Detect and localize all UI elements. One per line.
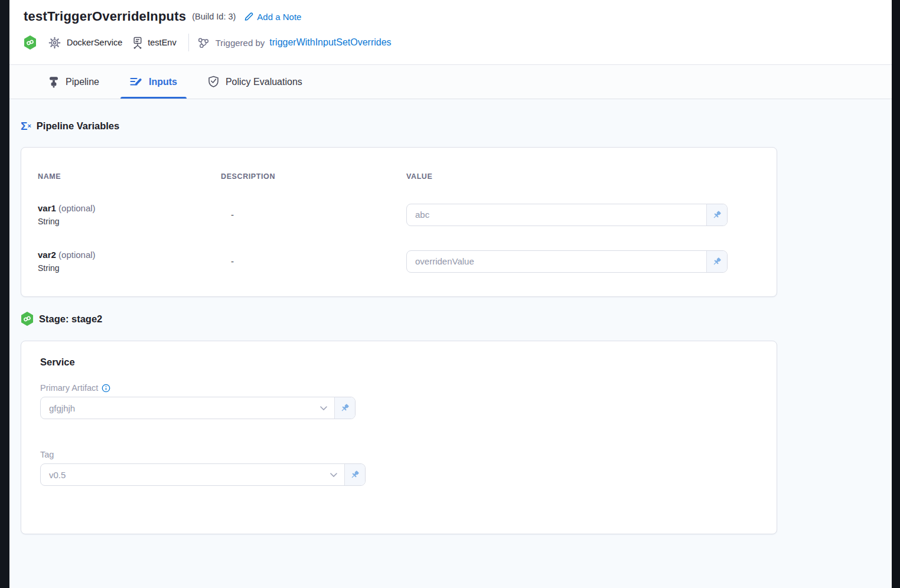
variable-type: String: [38, 263, 221, 273]
variable-name-cell: var1 (optional) String: [38, 203, 221, 226]
execution-tabbar: Pipeline Inputs Policy Evaluations: [9, 65, 892, 99]
variable-description: -: [221, 210, 406, 220]
active-tab-underline: [120, 97, 187, 99]
service-name-label: DockerService: [67, 38, 122, 47]
tab-pipeline-label: Pipeline: [66, 77, 99, 87]
cd-stage-icon: [24, 35, 37, 50]
tag-label-row: Tag: [40, 450, 777, 459]
execution-page: testTriggerOverrideInputs (Build Id: 3) …: [9, 0, 892, 588]
variable-optional-label: (optional): [58, 203, 96, 213]
variable-optional-label: (optional): [58, 250, 96, 260]
shield-check-icon: [208, 76, 219, 88]
tab-inputs-label: Inputs: [149, 77, 177, 87]
tab-inputs[interactable]: Inputs: [115, 65, 193, 99]
right-dark-edge: [892, 0, 900, 588]
chevron-down-icon[interactable]: [323, 464, 344, 485]
variable-value-input[interactable]: abc: [407, 204, 706, 226]
tag-value[interactable]: v0.5: [41, 464, 323, 485]
triggered-by-label: Triggered by: [216, 38, 265, 48]
pipeline-variables-card: NAME DESCRIPTION VALUE var1 (optional) S…: [21, 147, 777, 297]
variable-name-cell: var2 (optional) String: [38, 250, 221, 273]
inputs-icon: [130, 76, 142, 87]
info-icon[interactable]: [102, 384, 110, 393]
variable-value-field: abc: [406, 204, 728, 226]
pin-button[interactable]: [334, 397, 355, 419]
variable-type: String: [38, 217, 221, 226]
stage-service-card: Service Primary Artifact gfgjhjh Tag v0.…: [21, 341, 777, 534]
primary-artifact-value[interactable]: gfgjhjh: [41, 397, 313, 419]
variable-row-var2: var2 (optional) String - overridenValue: [38, 250, 777, 273]
execution-header: testTriggerOverrideInputs (Build Id: 3) …: [9, 0, 892, 65]
stage-cd-icon: [21, 312, 34, 326]
variable-description: -: [221, 256, 406, 266]
pushpin-icon: [712, 257, 722, 266]
pushpin-icon: [712, 210, 722, 220]
gear-icon: [48, 37, 61, 49]
variable-row-var1: var1 (optional) String - abc: [38, 203, 777, 226]
variable-name: var2: [38, 250, 56, 260]
service-section-title: Service: [40, 357, 777, 368]
chevron-down-icon[interactable]: [313, 397, 334, 419]
environment-icon: [132, 37, 143, 49]
stage-title: Stage: stage2: [39, 313, 102, 325]
build-id-label: (Build Id: 3): [192, 12, 236, 21]
column-header-description: DESCRIPTION: [221, 172, 406, 181]
add-note-label: Add a Note: [257, 12, 301, 22]
pin-button[interactable]: [706, 204, 727, 226]
pipeline-variables-title: Pipeline Variables: [37, 120, 119, 132]
trigger-link[interactable]: triggerWithInputSetOverrides: [269, 37, 391, 48]
column-header-name: NAME: [38, 172, 221, 181]
add-note-button[interactable]: Add a Note: [244, 12, 301, 22]
inputs-tab-content: Σ× Pipeline Variables NAME DESCRIPTION V…: [9, 99, 892, 588]
tab-policy-evaluations[interactable]: Policy Evaluations: [193, 65, 318, 99]
pin-button[interactable]: [344, 464, 365, 485]
stage-heading: Stage: stage2: [21, 312, 892, 326]
trigger-webhook-icon: [197, 37, 210, 49]
header-divider: [188, 34, 189, 51]
variable-value-field: overridenValue: [406, 250, 728, 273]
left-dark-edge: [0, 0, 9, 588]
pencil-icon: [244, 12, 253, 21]
sigma-variables-icon: Σ×: [21, 120, 31, 132]
pipeline-icon: [48, 76, 59, 88]
pushpin-icon: [350, 470, 360, 479]
pin-button[interactable]: [706, 251, 727, 272]
primary-artifact-label: Primary Artifact: [40, 383, 98, 393]
variable-value-input[interactable]: overridenValue: [407, 251, 706, 272]
primary-artifact-select: gfgjhjh: [40, 397, 356, 419]
tag-label: Tag: [40, 450, 54, 459]
primary-artifact-label-row: Primary Artifact: [40, 383, 777, 393]
page-title: testTriggerOverrideInputs: [24, 9, 186, 24]
variable-name: var1: [38, 203, 56, 213]
tab-policy-label: Policy Evaluations: [226, 77, 302, 87]
pushpin-icon: [340, 403, 350, 413]
pipeline-variables-heading: Σ× Pipeline Variables: [21, 120, 892, 132]
environment-name-label: testEnv: [148, 38, 176, 47]
tag-select: v0.5: [40, 463, 366, 486]
tab-pipeline[interactable]: Pipeline: [33, 65, 115, 99]
column-header-value: VALUE: [406, 172, 728, 181]
